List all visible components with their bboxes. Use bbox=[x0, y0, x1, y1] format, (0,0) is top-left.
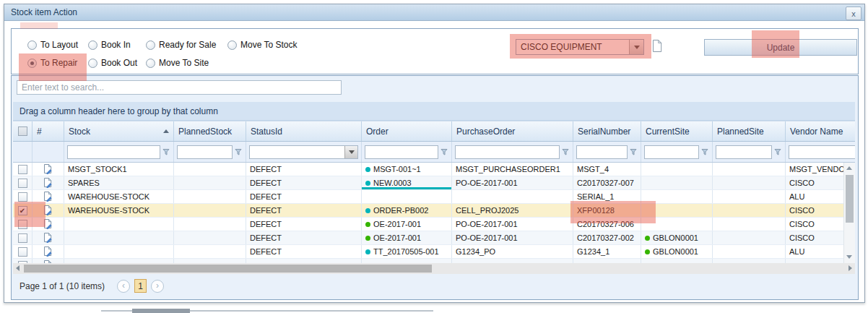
radio-label: Book In bbox=[101, 40, 131, 50]
filter-cell bbox=[786, 142, 855, 162]
page-1-button[interactable]: 1 bbox=[134, 279, 147, 293]
radio-option-to-layout[interactable]: To Layout bbox=[27, 40, 88, 50]
new-document-icon bbox=[651, 39, 663, 56]
filter-input-purchaseorder[interactable] bbox=[455, 145, 560, 159]
edit-row-icon[interactable] bbox=[43, 246, 53, 258]
radio-option-ready-for-sale[interactable]: Ready for Sale bbox=[146, 40, 227, 50]
column-header-purchaseorder[interactable]: PurchaseOrder bbox=[452, 121, 573, 141]
group-by-panel[interactable]: Drag a column header here to group by th… bbox=[13, 102, 855, 121]
radio-option-book-out[interactable]: Book Out bbox=[88, 58, 146, 68]
cell: GBLON0001 bbox=[641, 231, 713, 244]
column-header-plannedsite[interactable]: PlannedSite bbox=[713, 121, 786, 141]
cell bbox=[174, 231, 246, 244]
filter-input-plannedstock[interactable] bbox=[177, 145, 233, 159]
cell-text: C20170327-002 bbox=[577, 233, 634, 242]
equipment-dropdown-arrow-button[interactable] bbox=[629, 40, 643, 54]
row-checkbox[interactable] bbox=[18, 233, 27, 243]
column-header-vendor-name[interactable]: Vendor Name bbox=[786, 121, 855, 141]
horizontal-scrollbar[interactable] bbox=[13, 263, 855, 274]
cell bbox=[32, 218, 64, 231]
filter-input-currentsite[interactable] bbox=[644, 145, 699, 159]
search-input[interactable] bbox=[17, 80, 342, 95]
radio-option-book-in[interactable]: Book In bbox=[88, 40, 146, 50]
column-header-serialnumber[interactable]: SerialNumber bbox=[573, 121, 641, 141]
cell bbox=[64, 245, 174, 258]
edit-row-icon[interactable] bbox=[43, 163, 53, 176]
filter-input-plannedsite[interactable] bbox=[716, 145, 772, 159]
column-header-currentsite[interactable]: CurrentSite bbox=[641, 121, 713, 141]
edit-row-icon[interactable] bbox=[43, 191, 53, 203]
cell bbox=[32, 231, 64, 244]
cell: MSGT_PURCHASEORDER1 bbox=[452, 163, 573, 176]
filter-input-stock[interactable] bbox=[67, 145, 160, 159]
select-all-checkbox[interactable] bbox=[18, 127, 27, 136]
cell-text: WAREHOUSE-STOCK bbox=[68, 192, 149, 201]
column-header-label: Stock bbox=[69, 127, 90, 137]
cell bbox=[32, 204, 64, 217]
cell-text: C20170327-007 bbox=[577, 179, 634, 187]
table-row[interactable]: DEFECTTT_20170505-001G1234_POG1234_1GBLO… bbox=[13, 245, 843, 259]
column-header-stock[interactable]: Stock bbox=[64, 121, 174, 141]
update-button[interactable]: Update bbox=[704, 39, 857, 56]
radio-option-move-to-stock[interactable]: Move To Stock bbox=[227, 40, 297, 50]
row-checkbox[interactable] bbox=[18, 192, 27, 202]
row-checkbox[interactable] bbox=[18, 179, 27, 188]
next-page-button[interactable]: › bbox=[151, 280, 164, 293]
scroll-left-icon[interactable] bbox=[16, 265, 19, 271]
table-row[interactable]: SPARESDEFECTNEW.0003PO-OE-2017-001C20170… bbox=[13, 176, 843, 190]
radio-label: Book Out bbox=[101, 58, 137, 68]
dialog-title-bar[interactable]: Stock item Action bbox=[4, 4, 864, 21]
scroll-up-icon[interactable] bbox=[846, 166, 852, 170]
table-row[interactable]: DEFECTOE-2017-001PO-OE-2017-001C20170327… bbox=[13, 218, 843, 231]
new-document-button[interactable] bbox=[648, 38, 667, 56]
radio-option-to-repair[interactable]: To Repair bbox=[27, 58, 88, 68]
cell bbox=[13, 163, 32, 176]
filter-funnel-icon[interactable] bbox=[774, 148, 782, 156]
filter-input-vendor-name[interactable] bbox=[789, 145, 855, 159]
table-row[interactable]: MSGT_STOCK1DEFECTMSGT-001~1MSGT_PURCHASE… bbox=[13, 163, 843, 176]
filter-input-order[interactable] bbox=[365, 145, 438, 159]
radio-option-move-to-site[interactable]: Move To Site bbox=[146, 58, 227, 68]
edit-row-icon[interactable] bbox=[43, 177, 53, 189]
cell bbox=[641, 218, 713, 231]
column-header-[interactable]: # bbox=[32, 121, 64, 141]
horizontal-scrollbar-thumb[interactable] bbox=[24, 265, 432, 273]
filter-dropdown-statusid[interactable] bbox=[249, 145, 358, 159]
filter-input-serialnumber[interactable] bbox=[576, 145, 628, 159]
row-checkbox[interactable] bbox=[18, 220, 27, 229]
filter-funnel-icon[interactable] bbox=[440, 148, 448, 156]
radio-circle-icon bbox=[227, 40, 237, 50]
table-row[interactable]: WAREHOUSE-STOCKDEFECTSERIAL_1ALU bbox=[13, 190, 843, 204]
row-checkbox[interactable]: ✔ bbox=[18, 206, 27, 215]
filter-funnel-icon[interactable] bbox=[162, 148, 170, 156]
table-row[interactable]: ✔WAREHOUSE-STOCKDEFECTORDER-PB002CELL_PR… bbox=[13, 204, 843, 218]
screen: Stock item Action x To LayoutBook InRead… bbox=[0, 0, 868, 313]
row-checkbox[interactable] bbox=[18, 165, 27, 174]
cell bbox=[13, 176, 32, 189]
stock-item-action-dialog: Stock item Action x To LayoutBook InRead… bbox=[4, 4, 865, 303]
filter-funnel-icon[interactable] bbox=[235, 148, 243, 156]
column-header-plannedstock[interactable]: PlannedStock bbox=[174, 121, 246, 141]
scroll-right-icon[interactable] bbox=[849, 265, 852, 271]
equipment-dropdown[interactable]: CISCO EQUIPMENT bbox=[516, 39, 644, 55]
edit-row-icon[interactable] bbox=[43, 232, 53, 244]
chevron-left-icon: ‹ bbox=[122, 280, 125, 291]
vertical-scrollbar-thumb[interactable] bbox=[846, 175, 854, 223]
edit-row-icon[interactable] bbox=[43, 205, 53, 217]
cell-text: XFP00128 bbox=[577, 206, 615, 215]
table-row[interactable]: DEFECTOE-2017-001PO-OE-2017-001C20170327… bbox=[13, 231, 843, 245]
filter-funnel-icon[interactable] bbox=[630, 148, 638, 156]
vertical-scrollbar[interactable] bbox=[843, 163, 855, 263]
column-header-order[interactable]: Order bbox=[362, 121, 452, 141]
close-button[interactable]: x bbox=[846, 7, 862, 20]
filter-funnel-icon[interactable] bbox=[562, 148, 570, 156]
radio-row: To LayoutBook InReady for SaleMove To St… bbox=[27, 39, 297, 51]
row-checkbox[interactable] bbox=[18, 247, 27, 257]
scroll-down-icon[interactable] bbox=[846, 255, 852, 259]
column-header-select[interactable] bbox=[13, 121, 32, 141]
edit-row-icon[interactable] bbox=[43, 218, 53, 231]
column-header-label: PlannedSite bbox=[717, 127, 764, 137]
previous-page-button[interactable]: ‹ bbox=[117, 280, 130, 293]
column-header-statusid[interactable]: StatusId bbox=[246, 121, 362, 141]
filter-funnel-icon[interactable] bbox=[701, 148, 709, 156]
